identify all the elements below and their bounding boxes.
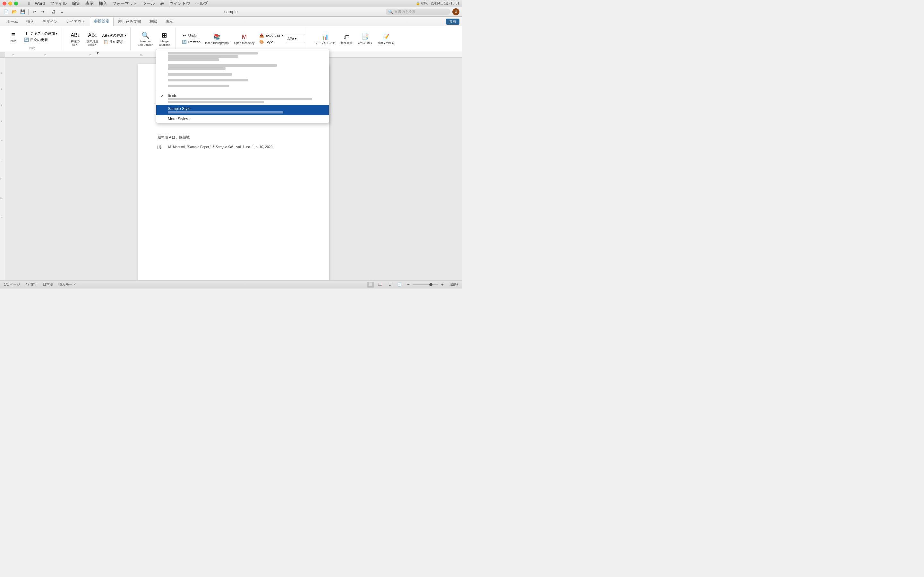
dropdown-item-1[interactable] (156, 50, 329, 63)
document-title: sample (224, 9, 238, 14)
table-menu[interactable]: 表 (158, 1, 167, 6)
refresh-icon: 🔄 (182, 39, 187, 45)
crossref-group: 📊 テーブルの更新 🏷 相互参照 📑 索引の登録 📝 引用文の登録 (310, 27, 399, 50)
add-text-button[interactable]: 𝗧 テキストの追加 ▾ (23, 31, 59, 36)
update-toc-button[interactable]: 🔄 目次の更新 (23, 37, 59, 43)
insert-bibliography-label: Insert Bibliography (205, 41, 229, 45)
insert-citation-label: Insert orEdit Citation (137, 40, 153, 47)
refresh-button[interactable]: 🔄 Refresh (181, 39, 202, 45)
zoom-in-button[interactable]: + (439, 282, 445, 287)
merge-citations-label: MergeCitations (159, 40, 170, 47)
svg-marker-5 (97, 52, 99, 55)
tab-home[interactable]: ホーム (3, 18, 22, 26)
view-menu[interactable]: 表示 (83, 1, 96, 6)
tab-layout[interactable]: レイアウト (62, 18, 89, 26)
zoom-out-button[interactable]: − (405, 282, 411, 287)
cross-reference-label: 相互参照 (341, 41, 352, 45)
user-avatar[interactable]: U (452, 8, 459, 15)
tab-mailings[interactable]: 差し込み文書 (114, 18, 145, 26)
cross-reference-button[interactable]: 🏷 相互参照 (338, 32, 355, 45)
toc-button[interactable]: ≡ 目次 (5, 30, 21, 44)
svg-text:14: 14 (0, 178, 3, 180)
export-button[interactable]: 📤 Export as ▾ (258, 33, 284, 39)
tab-references[interactable]: 参照設定 (90, 17, 113, 26)
help-menu[interactable]: ヘルプ (193, 1, 210, 6)
apple-menu[interactable]:  (26, 1, 32, 6)
minimize-button[interactable] (8, 2, 12, 5)
edit-menu[interactable]: 編集 (69, 1, 83, 6)
close-button[interactable] (3, 2, 6, 5)
ruler-left-margin (0, 52, 5, 57)
dropdown-item-ieee[interactable]: ✓ IEEE (156, 92, 329, 105)
print-layout-view-button[interactable]: ⬜ (367, 282, 374, 287)
mark-index-icon: 📑 (360, 32, 369, 41)
blurred-preview-3 (168, 73, 325, 76)
style-dropdown-menu[interactable]: ✓ IEEE Sample Style More Styles... (156, 49, 329, 123)
input-mode: 挿入モード (58, 282, 76, 287)
dropdown-item-5[interactable] (156, 83, 329, 89)
language-status: 日本語 (43, 282, 53, 287)
footnotes-group: AB₁ 脚注の挿入 AB₁ 文末脚注の挿入 AB₂ 次の脚注 ▾ 📋 注の表示 (65, 27, 131, 50)
dropdown-item-sample-style[interactable]: Sample Style (156, 105, 329, 115)
more-styles-content: More Styles... (168, 117, 325, 121)
status-bar-right: ⬜ 📖 ≡ 📄 − + 108% (367, 282, 458, 287)
insert-citation-icon: 🔍 (141, 31, 150, 40)
dropdown-item-4[interactable] (156, 77, 329, 83)
insert-endnote-button[interactable]: AB₁ 文末脚注の挿入 (84, 30, 100, 47)
tab-view[interactable]: 表示 (162, 18, 177, 26)
outline-view-button[interactable]: ≡ (386, 282, 393, 287)
insert-bibliography-button[interactable]: 📚 Insert Bibliography (203, 32, 231, 45)
format-menu[interactable]: フォーマット (110, 1, 140, 6)
file-menu[interactable]: ファイル (47, 1, 69, 6)
sample-style-content: Sample Style (168, 106, 325, 113)
next-footnote-button[interactable]: AB₂ 次の脚注 ▾ (102, 33, 128, 39)
citation-style-dropdown[interactable]: APA ▾ (286, 35, 305, 43)
ieee-check: ✓ (161, 93, 165, 98)
search-bar[interactable]: 🔍 文書内を検索 (386, 9, 450, 15)
customize-button[interactable]: ⌄ (58, 8, 65, 15)
mark-citation-button[interactable]: 📝 引用文の登録 (375, 32, 397, 45)
new-document-button[interactable]: 📄 (3, 8, 10, 15)
tab-review[interactable]: 校閲 (145, 18, 161, 26)
reference-line: [1] M. Masumi, "Sample Paper," J. Sample… (158, 144, 310, 150)
tab-insert[interactable]: 挿入 (23, 18, 38, 26)
open-button[interactable]: 📂 (11, 8, 18, 15)
print-button[interactable]: 🖨 (50, 8, 57, 15)
show-notes-button[interactable]: 📋 注の表示 (102, 39, 128, 45)
dropdown-item-2[interactable] (156, 63, 329, 71)
redo-button[interactable]: ↪ (39, 8, 46, 15)
save-button[interactable]: 💾 (19, 8, 26, 15)
tab-design[interactable]: デザイン (39, 18, 61, 26)
mendeley-group: ↩ Undo 🔄 Refresh 📚 Insert Bibliography M… (178, 27, 308, 50)
tools-menu[interactable]: ツール (140, 1, 158, 6)
dropdown-item-more-styles[interactable]: More Styles... (156, 115, 329, 123)
window-menu[interactable]: ウインドウ (167, 1, 193, 6)
insert-citation-button[interactable]: 🔍 Insert orEdit Citation (136, 30, 155, 47)
ieee-content: IEEE (168, 93, 325, 103)
app-name-menu[interactable]: Word (32, 1, 47, 6)
insert-footnote-icon: AB₁ (71, 31, 79, 40)
zoom-slider[interactable] (413, 284, 438, 285)
undo-button[interactable]: ↩ (31, 8, 37, 15)
sample-style-title: Sample Style (168, 106, 325, 111)
update-table-button[interactable]: 📊 テーブルの更新 (313, 32, 337, 45)
body-text[interactable]: 脳領域 A は、脳領域 (158, 135, 310, 140)
open-mendeley-button[interactable]: M Open Mendeley (232, 32, 257, 45)
dropdown-item-3[interactable] (156, 71, 329, 77)
maximize-button[interactable] (14, 2, 18, 5)
dropdown-preview-section (156, 49, 329, 90)
style-icon: 🎨 (259, 39, 264, 45)
insert-menu[interactable]: 挿入 (96, 1, 110, 6)
insert-footnote-button[interactable]: AB₁ 脚注の挿入 (67, 30, 83, 47)
merge-citations-button[interactable]: ⊞ MergeCitations (157, 30, 173, 47)
style-button[interactable]: 🎨 Style (258, 39, 284, 45)
share-button[interactable]: 共有 (446, 19, 459, 25)
reading-view-button[interactable]: 📖 (376, 282, 384, 287)
open-mendeley-icon: M (240, 32, 249, 41)
mark-index-button[interactable]: 📑 索引の登録 (356, 32, 374, 45)
undo-mendeley-button[interactable]: ↩ Undo (181, 33, 202, 39)
ref-text: M. Masumi, "Sample Paper," J. Sample Sci… (168, 144, 310, 150)
mark-index-label: 索引の登録 (358, 41, 372, 45)
draft-view-button[interactable]: 📄 (396, 282, 403, 287)
show-notes-icon: 📋 (103, 39, 108, 45)
